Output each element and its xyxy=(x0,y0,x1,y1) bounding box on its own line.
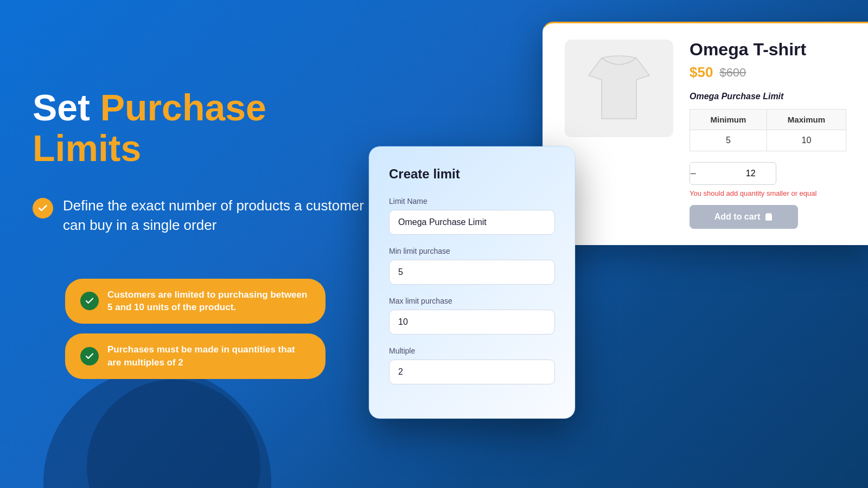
product-price-row: $50 $600 xyxy=(690,64,846,81)
feature-item: Define the exact number of products a cu… xyxy=(33,196,369,235)
form-input-multiple[interactable] xyxy=(389,359,555,384)
form-input-max[interactable] xyxy=(389,310,555,335)
price-original: $600 xyxy=(719,66,746,80)
toast-1: Customers are limited to purchasing betw… xyxy=(65,279,326,324)
toast-text-2: Purchases must be made in quantities tha… xyxy=(107,343,310,369)
price-current: $50 xyxy=(690,64,713,81)
main-title: Set Purchase Limits xyxy=(33,87,369,169)
table-cell-max: 10 xyxy=(767,130,846,151)
toast-2: Purchases must be made in quantities tha… xyxy=(65,333,326,379)
table-cell-min: 5 xyxy=(690,130,767,151)
form-label-min: Min limit purchase xyxy=(389,247,555,255)
table-header-maximum: Maximum xyxy=(767,110,846,130)
form-group-max: Max limit purchase xyxy=(389,297,555,335)
form-label-multiple: Multiple xyxy=(389,346,555,355)
product-name: Omega T-shirt xyxy=(690,40,846,60)
product-image xyxy=(565,40,673,137)
feature-text: Define the exact number of products a cu… xyxy=(63,196,369,235)
quantity-input[interactable] xyxy=(697,164,776,183)
table-row: 5 10 xyxy=(690,130,846,151)
add-to-cart-label: Add to cart xyxy=(714,212,760,222)
form-input-min[interactable] xyxy=(389,260,555,285)
check-icon xyxy=(33,198,53,219)
form-title: Create limit xyxy=(389,166,555,182)
form-input-limit-name[interactable] xyxy=(389,210,555,235)
toast-text-1: Customers are limited to purchasing betw… xyxy=(107,288,310,314)
left-panel: Set Purchase Limits Define the exact num… xyxy=(33,0,369,488)
product-header: Omega T-shirt $50 $600 Omega Purchase Li… xyxy=(565,40,846,229)
create-limit-card: Create limit Limit Name Min limit purcha… xyxy=(369,146,575,419)
form-group-multiple: Multiple xyxy=(389,346,555,384)
limit-table: Minimum Maximum 5 10 xyxy=(690,109,846,151)
form-label-max: Max limit purchase xyxy=(389,297,555,305)
title-part1: Set xyxy=(33,87,100,128)
form-group-min: Min limit purchase xyxy=(389,247,555,285)
toasts-area: Customers are limited to purchasing betw… xyxy=(33,279,369,379)
product-info: Omega T-shirt $50 $600 Omega Purchase Li… xyxy=(690,40,846,229)
table-header-minimum: Minimum xyxy=(690,110,767,130)
form-label-limit-name: Limit Name xyxy=(389,197,555,206)
quantity-error-text: You should add quantity smaller or equal xyxy=(690,189,846,197)
toast-check-icon-1 xyxy=(80,292,99,310)
cart-icon xyxy=(764,213,773,221)
add-to-cart-button[interactable]: Add to cart xyxy=(690,205,798,229)
product-card: Omega T-shirt $50 $600 Omega Purchase Li… xyxy=(542,22,868,245)
toast-check-icon-2 xyxy=(80,347,99,365)
quantity-decrease-button[interactable]: − xyxy=(690,163,697,184)
quantity-stepper[interactable]: − + xyxy=(690,162,776,185)
form-group-limit-name: Limit Name xyxy=(389,197,555,235)
limit-section-title: Omega Purchase Limit xyxy=(690,92,846,101)
